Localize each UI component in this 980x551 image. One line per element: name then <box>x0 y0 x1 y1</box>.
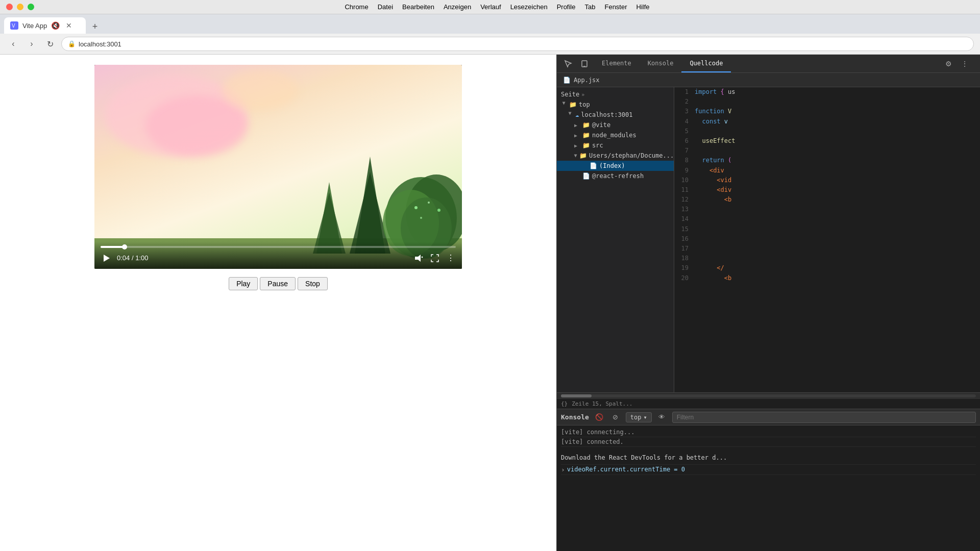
tab-close-icon[interactable]: ✕ <box>66 21 72 30</box>
tree-item-src[interactable]: ▶ 📁 src <box>557 140 674 151</box>
menu-verlauf[interactable]: Verlauf <box>480 3 501 11</box>
console-vite-connecting: [vite] connecting... <box>561 429 635 436</box>
menu-fenster[interactable]: Fenster <box>604 3 627 11</box>
progress-bar[interactable] <box>101 246 456 248</box>
security-icon: 🔒 <box>68 40 76 47</box>
time-display: 0:04 / 1:00 <box>117 254 408 262</box>
console-filter-input[interactable] <box>672 412 976 423</box>
bracket-icon: {} <box>561 400 568 407</box>
console-eye-icon[interactable]: 👁 <box>656 411 668 423</box>
tab-sources[interactable]: Quellcode <box>681 55 731 72</box>
traffic-lights <box>6 4 34 10</box>
tree-item-vite[interactable]: ▶ 📁 @vite <box>557 120 674 130</box>
users-arrow-icon: ▶ <box>573 154 579 157</box>
menu-anzeigen[interactable]: Anzeigen <box>444 3 471 11</box>
horizontal-scrollbar[interactable] <box>557 392 980 398</box>
users-folder-icon: 📁 <box>579 152 587 159</box>
top-arrow-icon: ▶ <box>561 102 567 108</box>
console-message-1: [vite] connecting... <box>561 428 976 437</box>
tree-item-localhost[interactable]: ▶ ☁ localhost:3001 <box>557 110 674 120</box>
tab-title: Vite App <box>22 22 47 30</box>
tree-item-page[interactable]: Seite » <box>557 89 674 99</box>
devtools-settings-icon[interactable]: ⚙ <box>941 57 955 71</box>
maximize-button[interactable] <box>28 4 34 10</box>
menu-chrome[interactable]: Chrome <box>345 3 368 11</box>
url-text: localhost:3001 <box>79 40 121 48</box>
top-folder-icon: 📁 <box>569 101 577 108</box>
code-line-8: 8 return ( <box>674 156 980 165</box>
svg-point-13 <box>420 217 422 219</box>
current-time: 0:04 <box>117 254 130 262</box>
svg-point-10 <box>414 206 418 209</box>
stop-button[interactable]: Stop <box>298 277 328 290</box>
more-options-icon[interactable]: ⋮ <box>446 252 456 264</box>
device-toolbar-button[interactable] <box>577 57 592 71</box>
tree-item-node-modules[interactable]: ▶ 📁 node_modules <box>557 130 674 140</box>
breadcrumb-file[interactable]: App.jsx <box>574 77 600 84</box>
title-bar: Chrome Datei Bearbeiten Anzeigen Verlauf… <box>0 0 980 14</box>
page-expand-icon: » <box>581 92 587 97</box>
console-prompt-icon: › <box>561 466 565 473</box>
play-pause-icon[interactable] <box>101 253 112 264</box>
source-code: 1 import { us 2 3 function V 4 const v 5 <box>674 87 980 392</box>
index-file-icon: 📄 <box>590 162 597 169</box>
video-container: 0:04 / 1:00 ⋮ <box>94 65 462 269</box>
console-devtools-text: Download the React DevTools for a better… <box>561 454 727 461</box>
tree-item-index[interactable]: 📄 (Index) <box>557 161 674 171</box>
minimize-button[interactable] <box>17 4 23 10</box>
forward-button[interactable]: › <box>24 37 39 51</box>
code-line-15: 15 <box>674 224 980 234</box>
code-line-3: 3 function V <box>674 107 980 116</box>
address-bar[interactable]: 🔒 localhost:3001 <box>61 37 974 51</box>
devtools-more: ⚙ ⋮ <box>937 57 976 71</box>
code-line-14: 14 <box>674 214 980 224</box>
tab-mute-icon[interactable]: 🔇 <box>51 21 60 30</box>
svg-marker-15 <box>415 255 421 262</box>
cloud-2 <box>145 95 248 157</box>
vite-folder-icon: 📁 <box>582 121 590 129</box>
menu-bearbeiten[interactable]: Bearbeiten <box>402 3 434 11</box>
inspect-element-button[interactable] <box>561 57 575 71</box>
back-button[interactable]: ‹ <box>6 37 20 51</box>
svg-point-12 <box>437 209 440 212</box>
localhost-icon: ☁ <box>575 111 579 118</box>
menu-datei[interactable]: Datei <box>378 3 393 11</box>
vite-arrow-icon: ▶ <box>574 122 580 128</box>
console-top-badge[interactable]: top ▾ <box>626 412 652 422</box>
reload-button[interactable]: ↻ <box>43 37 57 51</box>
menu-hilfe[interactable]: Hilfe <box>636 3 650 11</box>
source-tree: Seite » ▶ 📁 top ▶ ☁ localhost:3001 ▶ 📁 @… <box>557 87 674 392</box>
status-bar: {} Zeile 15, Spalt... <box>557 398 980 409</box>
tab-console[interactable]: Konsole <box>640 55 682 72</box>
node-modules-folder-icon: 📁 <box>582 132 590 139</box>
console-filter-button[interactable]: ⊘ <box>609 411 622 423</box>
devtools-panel: Elemente Konsole Quellcode ⚙ ⋮ 📄 App.jsx… <box>556 55 980 551</box>
console-content: [vite] connecting... [vite] connected. D… <box>557 425 980 551</box>
menu-lesezeichen[interactable]: Lesezeichen <box>510 3 548 11</box>
devtools-more-icon[interactable]: ⋮ <box>958 57 972 71</box>
svg-text:V: V <box>12 23 15 29</box>
code-line-11: 11 <div <box>674 185 980 195</box>
browser-tab[interactable]: V Vite App 🔇 ✕ <box>4 17 86 34</box>
console-clear-button[interactable]: 🚫 <box>593 411 605 423</box>
controls-row: 0:04 / 1:00 ⋮ <box>101 252 456 264</box>
tab-elements[interactable]: Elemente <box>594 55 640 72</box>
volume-icon[interactable] <box>413 253 424 264</box>
video-controls: 0:04 / 1:00 ⋮ <box>94 242 462 269</box>
menu-tab[interactable]: Tab <box>585 3 596 11</box>
tree-item-users[interactable]: ▶ 📁 Users/stephan/Docume... <box>557 151 674 161</box>
code-line-19: 19 </ <box>674 263 980 273</box>
tree-item-react-refresh[interactable]: 📄 @react-refresh <box>557 171 674 181</box>
menu-profile[interactable]: Profile <box>557 3 576 11</box>
svg-point-11 <box>428 202 430 204</box>
fullscreen-icon[interactable] <box>429 253 440 264</box>
play-button[interactable]: Play <box>229 277 258 290</box>
tree-item-top[interactable]: ▶ 📁 top <box>557 99 674 110</box>
console-cmd-line: › videoRef.current.currentTime = 0 <box>561 465 976 475</box>
code-line-10: 10 <vid <box>674 176 980 185</box>
pause-button[interactable]: Pause <box>260 277 296 290</box>
close-button[interactable] <box>6 4 13 10</box>
new-tab-button[interactable]: + <box>88 19 102 34</box>
svg-marker-14 <box>104 255 110 262</box>
progress-fill <box>101 246 125 248</box>
